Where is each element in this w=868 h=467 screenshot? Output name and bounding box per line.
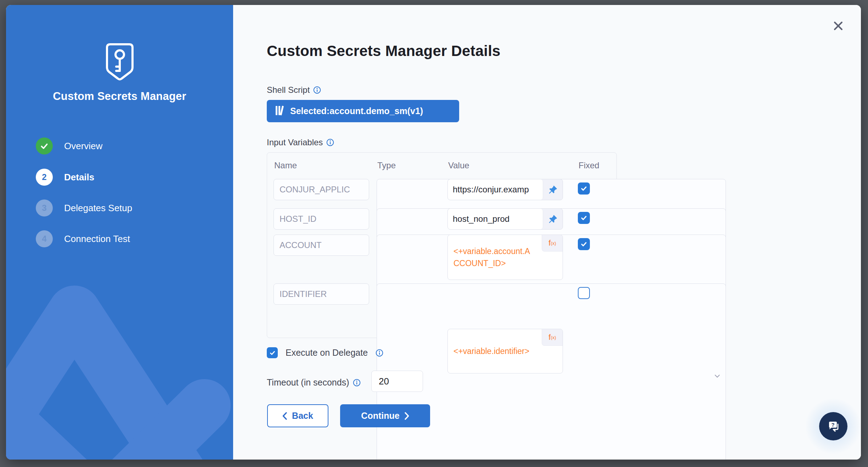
chat-question-icon: ? bbox=[825, 418, 841, 434]
step-done-check-icon bbox=[36, 137, 53, 154]
page-title: Custom Secrets Manager Details bbox=[267, 43, 501, 60]
chevron-down-icon bbox=[715, 375, 720, 378]
expression-fx-icon[interactable]: f(x) bbox=[542, 329, 563, 346]
variable-expression-field[interactable]: <+variable.identifier> f(x) bbox=[447, 329, 563, 373]
step-overview[interactable]: Overview bbox=[36, 137, 102, 154]
step-number-badge: 2 bbox=[36, 169, 53, 186]
page-background: Custom Secrets Manager Overview 2 Detail… bbox=[0, 0, 868, 467]
fixed-checkbox[interactable] bbox=[578, 238, 590, 250]
details-panel: Custom Secrets Manager Details Shell Scr… bbox=[233, 5, 861, 460]
variable-name-input[interactable] bbox=[274, 179, 369, 200]
close-button[interactable] bbox=[831, 19, 845, 33]
execute-on-delegate-checkbox[interactable] bbox=[267, 347, 278, 358]
step-label: Overview bbox=[64, 141, 102, 152]
sidebar-title: Custom Secrets Manager bbox=[6, 90, 233, 103]
step-details[interactable]: 2 Details bbox=[36, 169, 94, 186]
svg-text:?: ? bbox=[831, 422, 834, 428]
shell-script-selected-label: Selected:account.demo_sm(v1) bbox=[290, 106, 423, 116]
library-icon bbox=[275, 105, 284, 117]
fixed-checkbox[interactable] bbox=[578, 287, 590, 299]
input-variables-table: Name Type Value Fixed String bbox=[267, 152, 617, 338]
pin-fixed-value-icon[interactable] bbox=[543, 179, 563, 200]
variable-name-input[interactable] bbox=[274, 208, 369, 230]
back-button[interactable]: Back bbox=[267, 404, 328, 427]
step-label: Connection Test bbox=[64, 234, 130, 244]
variable-name-input[interactable] bbox=[274, 283, 369, 305]
fixed-checkbox[interactable] bbox=[578, 212, 590, 224]
execute-on-delegate-label: Execute on Delegate bbox=[286, 348, 368, 358]
column-header-name: Name bbox=[274, 161, 297, 170]
expression-value: <+variable.account.ACCOUNT_ID> bbox=[453, 245, 531, 269]
help-chat-button[interactable]: ? bbox=[819, 412, 847, 440]
variable-expression-field[interactable]: <+variable.account.ACCOUNT_ID> f(x) bbox=[447, 235, 563, 280]
step-delegates-setup[interactable]: 3 Delegates Setup bbox=[36, 199, 132, 216]
step-number-badge: 3 bbox=[36, 199, 53, 216]
column-header-value: Value bbox=[448, 161, 469, 170]
info-icon[interactable] bbox=[353, 379, 361, 387]
timeout-label: Timeout (in seconds) bbox=[267, 377, 349, 388]
variable-name-input[interactable] bbox=[274, 235, 369, 256]
pin-fixed-value-icon[interactable] bbox=[543, 209, 563, 229]
input-variables-label: Input Variables bbox=[267, 137, 323, 147]
info-icon[interactable] bbox=[313, 86, 321, 94]
column-header-type: Type bbox=[377, 161, 396, 170]
chevron-right-icon bbox=[405, 412, 409, 420]
expression-value: <+variable.identifier> bbox=[453, 345, 531, 357]
wizard-modal: Custom Secrets Manager Overview 2 Detail… bbox=[6, 5, 861, 460]
secrets-manager-icon bbox=[103, 42, 137, 84]
info-icon[interactable] bbox=[376, 349, 383, 357]
step-number-badge: 4 bbox=[36, 230, 53, 247]
chevron-left-icon bbox=[282, 412, 287, 420]
wizard-sidebar: Custom Secrets Manager Overview 2 Detail… bbox=[6, 5, 233, 460]
fixed-checkbox[interactable] bbox=[578, 182, 590, 195]
step-label: Details bbox=[64, 172, 94, 183]
step-label: Delegates Setup bbox=[64, 203, 132, 214]
step-connection-test[interactable]: 4 Connection Test bbox=[36, 230, 130, 247]
column-header-fixed: Fixed bbox=[579, 161, 599, 170]
expression-fx-icon[interactable]: f(x) bbox=[542, 235, 563, 252]
timeout-input[interactable] bbox=[371, 371, 423, 392]
continue-button[interactable]: Continue bbox=[340, 404, 430, 427]
info-icon[interactable] bbox=[326, 139, 334, 146]
shell-script-selected-chip[interactable]: Selected:account.demo_sm(v1) bbox=[267, 100, 459, 122]
variable-value-input[interactable] bbox=[448, 209, 543, 229]
shell-script-label: Shell Script bbox=[267, 85, 310, 95]
variable-value-input[interactable] bbox=[448, 179, 543, 200]
